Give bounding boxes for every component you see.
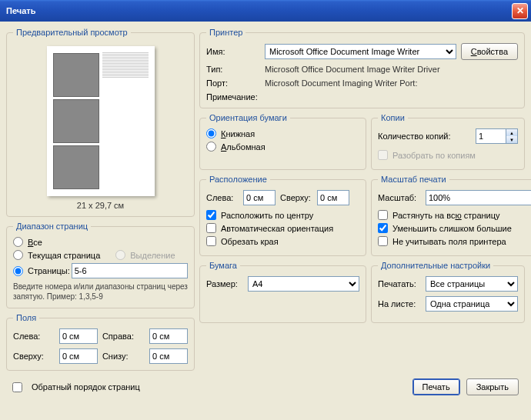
preview-dimensions: 21 x 29,7 см <box>77 201 124 210</box>
scale-stretch-checkbox[interactable] <box>378 210 388 220</box>
window-title: Печать <box>6 6 35 15</box>
scale-stretch-label[interactable]: Растянуть на всю страницу <box>392 211 500 220</box>
extra-sheet-select[interactable]: Одна страница <box>426 296 518 312</box>
extra-print-label: Печатать: <box>378 279 421 288</box>
layout-center-label[interactable]: Расположить по центру <box>221 211 313 220</box>
margins-legend: Поля <box>13 313 39 322</box>
scale-group: Масштаб печати Масштаб: Растянуть на всю… <box>371 175 531 256</box>
printer-type-label: Тип: <box>206 65 260 74</box>
scale-shrink-label[interactable]: Уменьшить слишком большие <box>392 224 512 233</box>
titlebar: Печать ✕ <box>0 0 531 22</box>
copies-spinner[interactable]: ▲▼ <box>506 128 518 144</box>
margin-bottom-input[interactable] <box>149 348 188 364</box>
margin-bottom-label: Снизу: <box>102 352 145 361</box>
margin-right-input[interactable] <box>149 328 188 344</box>
scale-legend: Масштаб печати <box>378 175 449 184</box>
layout-crop-label[interactable]: Обрезать края <box>221 237 279 246</box>
layout-left-label: Слева: <box>206 193 239 202</box>
range-current-label[interactable]: Текущая страница <box>28 251 100 260</box>
scale-label: Масштаб: <box>378 193 421 202</box>
extra-print-select[interactable]: Все страницы <box>426 276 518 292</box>
printer-name-label: Имя: <box>206 47 260 56</box>
orientation-portrait-radio[interactable] <box>206 128 216 138</box>
close-button[interactable]: Закрыть <box>466 378 519 395</box>
range-all-label[interactable]: Все <box>28 238 42 247</box>
printer-legend: Принтер <box>206 28 245 37</box>
layout-autoorient-checkbox[interactable] <box>206 223 216 233</box>
layout-top-label: Сверху: <box>280 193 312 202</box>
page-thumbnail <box>47 46 155 196</box>
range-all-radio[interactable] <box>13 237 23 247</box>
margin-left-label: Слева: <box>13 332 55 341</box>
margin-top-input[interactable] <box>59 348 98 364</box>
copies-count-label: Количество копий: <box>378 132 471 141</box>
orientation-legend: Ориентация бумаги <box>206 113 290 122</box>
scale-shrink-checkbox[interactable] <box>378 223 388 233</box>
orientation-landscape-radio[interactable] <box>206 142 216 152</box>
copies-legend: Копии <box>378 113 408 122</box>
preview-legend: Предварительный просмотр <box>13 28 131 37</box>
printer-type-value: Microsoft Office Document Image Writer D… <box>265 65 518 74</box>
paper-size-label: Размер: <box>206 279 243 288</box>
margin-left-input[interactable] <box>59 328 98 344</box>
reverse-order-label[interactable]: Обратный порядок страниц <box>32 382 140 392</box>
printer-port-value: Microsoft Document Imaging Writer Port: <box>265 78 518 88</box>
layout-center-checkbox[interactable] <box>206 210 216 220</box>
paper-legend: Бумага <box>206 261 240 270</box>
scale-ignore-margins-label[interactable]: Не учитывать поля принтера <box>392 237 506 246</box>
printer-name-select[interactable]: Microsoft Office Document Image Writer <box>265 44 456 59</box>
extra-group: Дополнительные настройки Печатать:Все ст… <box>371 261 525 323</box>
margin-top-label: Сверху: <box>13 352 55 361</box>
range-selection-radio <box>115 250 125 260</box>
page-range-legend: Диапазон страниц <box>13 222 91 231</box>
reverse-order-checkbox[interactable] <box>12 382 22 392</box>
layout-legend: Расположение <box>206 175 270 184</box>
printer-note-label: Примечание: <box>206 92 260 102</box>
layout-autoorient-label[interactable]: Автоматическая ориентация <box>221 224 333 233</box>
extra-sheet-label: На листе: <box>378 299 421 308</box>
copies-count-input[interactable] <box>476 128 506 144</box>
printer-group: Принтер Имя: Microsoft Office Document I… <box>199 28 525 108</box>
paper-size-select[interactable]: A4 <box>248 276 359 292</box>
range-current-radio[interactable] <box>13 250 23 260</box>
orientation-group: Ориентация бумаги Книжная Альбомная <box>199 113 366 170</box>
layout-top-input[interactable] <box>317 190 349 205</box>
printer-properties-button[interactable]: Свойства <box>461 43 518 60</box>
range-pages-input[interactable] <box>72 263 188 278</box>
orientation-portrait-label[interactable]: Книжная <box>221 129 255 138</box>
margin-right-label: Справа: <box>102 332 145 341</box>
range-hint: Введите номера и/или диапазоны страниц ч… <box>13 282 188 302</box>
layout-left-input[interactable] <box>243 190 276 205</box>
layout-group: Расположение Слева: Сверху: Расположить … <box>199 175 366 256</box>
close-icon[interactable]: ✕ <box>512 3 528 19</box>
extra-legend: Дополнительные настройки <box>378 261 493 270</box>
preview-group: Предварительный просмотр 21 x 29,7 см <box>6 28 195 217</box>
paper-group: Бумага Размер:A4 <box>199 261 366 323</box>
scale-input[interactable] <box>426 190 531 205</box>
margins-group: Поля Слева: Справа: Сверху: Снизу: <box>6 313 195 371</box>
orientation-landscape-label[interactable]: Альбомная <box>221 142 266 152</box>
print-button[interactable]: Печать <box>412 378 460 395</box>
page-range-group: Диапазон страниц Все Текущая страница Вы… <box>6 222 195 308</box>
copies-collate-checkbox <box>378 150 388 160</box>
printer-port-label: Порт: <box>206 78 260 88</box>
scale-ignore-margins-checkbox[interactable] <box>378 236 388 246</box>
range-pages-label[interactable]: Страницы: <box>28 266 70 275</box>
range-selection-label: Выделение <box>130 251 175 260</box>
copies-collate-label: Разобрать по копиям <box>392 151 476 160</box>
range-pages-radio[interactable] <box>13 266 23 276</box>
layout-crop-checkbox[interactable] <box>206 236 216 246</box>
copies-group: Копии Количество копий: ▲▼ Разобрать по … <box>371 113 525 170</box>
